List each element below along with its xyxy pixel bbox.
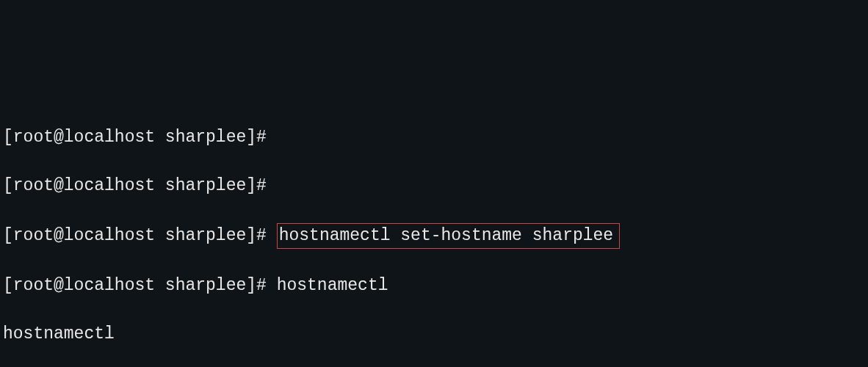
- shell-prompt: [root@localhost sharplee]#: [3, 226, 277, 245]
- output-line: hostnamectl: [3, 322, 865, 346]
- prompt-line: [root@localhost sharplee]#: [3, 126, 865, 150]
- command-line: [root@localhost sharplee]# hostnamectl: [3, 274, 865, 298]
- prompt-line: [root@localhost sharplee]#: [3, 174, 865, 198]
- command-line: [root@localhost sharplee]# hostnamectl s…: [3, 223, 865, 249]
- terminal-output: [root@localhost sharplee]# [root@localho…: [3, 101, 865, 367]
- highlighted-command: hostnamectl set-hostname sharplee: [277, 223, 620, 249]
